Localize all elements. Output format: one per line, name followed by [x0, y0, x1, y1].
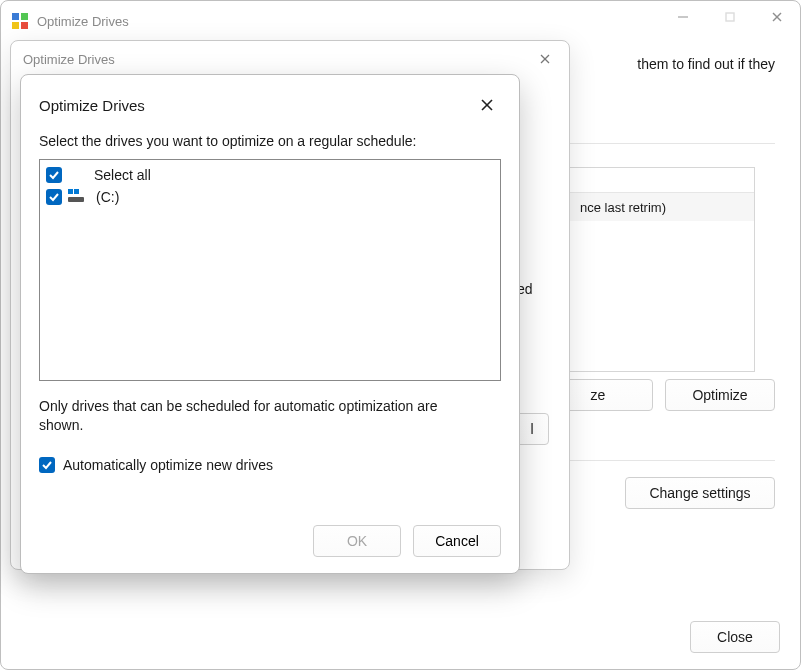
svg-rect-1 — [21, 13, 28, 20]
select-all-label: Select all — [90, 167, 151, 183]
main-window-controls — [659, 1, 800, 33]
svg-rect-2 — [12, 22, 19, 29]
svg-rect-12 — [68, 189, 73, 194]
svg-rect-0 — [12, 13, 19, 20]
table-cell-fragment: nce last retrim) — [580, 200, 754, 215]
note-text: Only drives that can be scheduled for au… — [39, 397, 479, 435]
svg-rect-5 — [726, 13, 734, 21]
svg-rect-13 — [74, 189, 79, 194]
defrag-app-icon — [11, 12, 29, 30]
svg-rect-3 — [21, 22, 28, 29]
auto-optimize-label: Automatically optimize new drives — [63, 457, 273, 473]
dialog-buttons: OK Cancel — [313, 525, 501, 557]
instruction-text: Select the drives you want to optimize o… — [39, 133, 501, 149]
select-all-checkbox[interactable] — [46, 167, 62, 183]
main-close-button[interactable]: Close — [690, 621, 780, 653]
close-button[interactable] — [753, 1, 800, 33]
minimize-button[interactable] — [659, 1, 706, 33]
main-window-title: Optimize Drives — [37, 14, 129, 29]
schedule-dialog-title: Optimize Drives — [11, 41, 569, 77]
choose-drives-dialog: Optimize Drives Select the drives you wa… — [20, 74, 520, 574]
cancel-button[interactable]: Cancel — [413, 525, 501, 557]
mid-button-fragment[interactable]: l — [515, 413, 549, 445]
drive-checkbox[interactable] — [46, 189, 62, 205]
drive-list[interactable]: Select all (C:) — [39, 159, 501, 381]
list-item[interactable]: (C:) — [46, 186, 494, 208]
ok-button[interactable]: OK — [313, 525, 401, 557]
select-all-row[interactable]: Select all — [46, 164, 494, 186]
svg-rect-14 — [68, 197, 84, 202]
auto-optimize-checkbox[interactable] — [39, 457, 55, 473]
table-header-fragment: s — [548, 173, 755, 188]
choose-drives-title: Optimize Drives — [39, 97, 145, 114]
choose-drives-close-icon[interactable] — [473, 91, 501, 119]
drive-label: (C:) — [92, 189, 119, 205]
auto-optimize-row[interactable]: Automatically optimize new drives — [39, 457, 501, 473]
optimize-button[interactable]: Optimize — [665, 379, 775, 411]
schedule-dialog-close-icon[interactable] — [527, 45, 563, 73]
windows-drive-icon — [68, 189, 86, 205]
action-buttons: ze Optimize — [543, 379, 775, 411]
change-settings-button[interactable]: Change settings — [625, 477, 775, 509]
maximize-button[interactable] — [706, 1, 753, 33]
